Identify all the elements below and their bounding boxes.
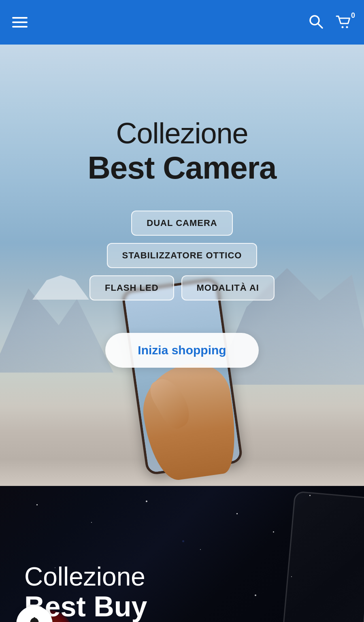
hero-section: Collezione Best Camera DUAL CAMERA STABI… <box>0 45 364 486</box>
second-section: Collezione Best Buy <box>0 486 364 622</box>
cart-icon <box>335 14 352 29</box>
svg-point-2 <box>342 26 344 28</box>
badge-row-2: STABILIZZATORE OTTICO <box>107 243 258 268</box>
hero-content: Collezione Best Camera DUAL CAMERA STABI… <box>0 45 364 368</box>
header-left <box>12 17 28 28</box>
second-section-content: Collezione Best Buy <box>0 530 147 622</box>
menu-button[interactable] <box>12 17 28 28</box>
header-right: 0 <box>308 14 352 31</box>
bell-icon <box>26 616 43 622</box>
header: 0 <box>0 0 364 45</box>
badge-dual-camera: DUAL CAMERA <box>131 211 232 236</box>
second-title-light: Collezione <box>24 562 147 591</box>
search-icon <box>308 14 324 29</box>
hero-title-light: Collezione <box>116 117 248 149</box>
hero-title-bold: Best Camera <box>88 149 277 186</box>
cart-count: 0 <box>351 11 355 20</box>
svg-point-4 <box>34 617 35 619</box>
badge-row-1: DUAL CAMERA <box>131 211 232 236</box>
cart-button[interactable]: 0 <box>335 14 352 31</box>
svg-point-3 <box>346 26 348 28</box>
badge-flash-led: FLASH LED <box>89 275 174 300</box>
badge-row-3: FLASH LED MODALITÀ AI <box>89 275 275 300</box>
badge-modalita-ai: MODALITÀ AI <box>181 275 275 300</box>
badge-stabilizzatore: STABILIZZATORE OTTICO <box>107 243 258 268</box>
svg-line-1 <box>318 23 322 28</box>
feature-badges: DUAL CAMERA STABILIZZATORE OTTICO FLASH … <box>89 211 275 300</box>
cta-button[interactable]: Inizia shopping <box>105 333 258 368</box>
search-button[interactable] <box>308 14 324 31</box>
